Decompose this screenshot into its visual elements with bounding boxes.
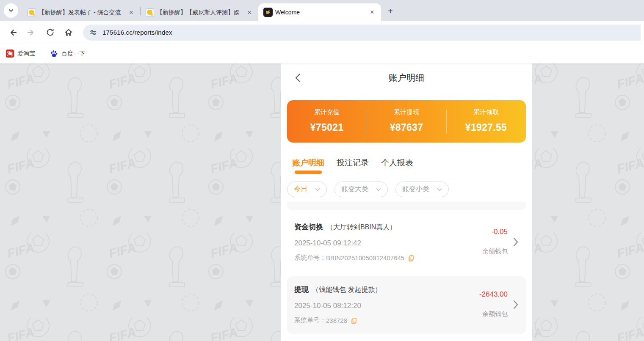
stat-label: 累计领取: [446, 108, 526, 116]
forward-arrow-icon: [27, 28, 36, 37]
account-detail-panel: 账户明细 累计充值 ¥75021 累计提现 ¥87637 累计领取 ¥1927.…: [281, 63, 532, 341]
browser-tab-strip: 【新提醒】发表帖子 - 综合交流 × 【新提醒】【威尼斯人评测】娱 × Welc…: [0, 0, 644, 21]
record-wallet: 余额钱包: [482, 310, 508, 318]
reload-icon: [46, 28, 55, 37]
filter-label: 账变小类: [402, 185, 429, 194]
stat-label: 累计提现: [367, 108, 446, 116]
tab-title: Welcome: [275, 9, 365, 16]
chevron-right-icon: [513, 300, 519, 310]
taobao-icon: 淘: [6, 50, 14, 58]
stat-value: ¥87637: [367, 122, 446, 133]
record-info: 资金切换 （大厅转到BBIN真人） 2025-10-05 09:12:42 系统…: [294, 222, 457, 262]
bookmark-baidu[interactable]: 百度一下: [50, 50, 85, 58]
record-detail-chevron[interactable]: [508, 222, 519, 262]
record-type: 提现: [294, 285, 309, 294]
stats-summary-card: 累计充值 ¥75021 累计提现 ¥87637 累计领取 ¥1927.55: [287, 100, 526, 143]
stat-total-deposit: 累计充值 ¥75021: [287, 100, 367, 143]
record-datetime: 2025-10-05 08:12:20: [294, 302, 457, 310]
reload-button[interactable]: [43, 25, 57, 40]
bookmark-label: 百度一下: [61, 50, 85, 58]
record-amount-block: -2643.00 余额钱包: [457, 285, 508, 324]
tab-search-button[interactable]: [4, 3, 18, 18]
record-subtitle: （大厅转到BBIN真人）: [326, 223, 396, 232]
tab-bet-records[interactable]: 投注记录: [337, 157, 369, 177]
forum-favicon-icon: [28, 8, 36, 17]
record-detail-chevron[interactable]: [508, 285, 519, 324]
back-arrow-icon: [8, 28, 17, 37]
page-title: 账户明细: [281, 63, 532, 92]
record-amount: -2643.00: [479, 290, 508, 299]
chevron-down-icon: [375, 186, 382, 193]
site-info-icon[interactable]: [89, 28, 97, 37]
baidu-icon: [50, 50, 58, 58]
filter-row: 今日 账变大类 账变小类: [281, 177, 532, 202]
panel-header: 账户明细: [281, 63, 532, 92]
close-icon[interactable]: ×: [127, 8, 136, 17]
record-type: 资金切换: [294, 222, 323, 232]
forum-favicon-icon: [146, 8, 154, 17]
tab-forum-post[interactable]: 【新提醒】发表帖子 - 综合交流 ×: [22, 4, 140, 21]
close-icon[interactable]: ×: [368, 8, 377, 17]
bookmark-aitaobao[interactable]: 淘 爱淘宝: [6, 50, 35, 58]
browser-toolbar: 175616.cc/reports/index: [0, 21, 644, 44]
url-text[interactable]: 175616.cc/reports/index: [102, 29, 172, 36]
close-icon[interactable]: ×: [245, 8, 254, 17]
stat-label: 累计充值: [287, 108, 367, 116]
tab-title: 【新提醒】发表帖子 - 综合交流: [39, 9, 124, 16]
tab-personal-report[interactable]: 个人报表: [381, 157, 413, 177]
chevron-down-icon: [8, 8, 14, 14]
filter-minor-category-dropdown[interactable]: 账变小类: [395, 182, 449, 197]
bookmark-label: 爱淘宝: [17, 50, 35, 58]
forward-button[interactable]: [24, 25, 39, 40]
page-viewport: FIFA 账户明细 累计充值 ¥75021 累计提现 ¥87637 累计领取 ¥…: [0, 63, 644, 341]
filter-label: 账变大类: [341, 185, 368, 194]
record-subtitle: （钱能钱包 发起提款）: [312, 286, 381, 294]
list-item[interactable]: 提现 （钱能钱包 发起提款） 2025-10-05 08:12:20 系统单号：…: [287, 276, 526, 334]
record-datetime: 2025-10-05 09:12:42: [294, 239, 457, 248]
site-favicon-icon: [263, 8, 273, 17]
list-item[interactable]: 资金切换 （大厅转到BBIN真人） 2025-10-05 09:12:42 系统…: [287, 214, 526, 271]
record-order-prefix: 系统单号：: [294, 254, 326, 262]
filter-major-category-dropdown[interactable]: 账变大类: [334, 182, 388, 197]
record-wallet: 余额钱包: [482, 248, 508, 256]
stat-value: ¥1927.55: [446, 122, 526, 133]
address-bar[interactable]: 175616.cc/reports/index: [83, 25, 641, 41]
section-tabs: 账户明细 投注记录 个人报表: [281, 150, 532, 177]
chevron-left-icon: [293, 73, 303, 83]
new-tab-button[interactable]: +: [384, 5, 396, 17]
chevron-down-icon: [436, 186, 443, 193]
list-item-partial[interactable]: [287, 202, 526, 210]
record-order-prefix: 系统单号：: [294, 316, 326, 324]
record-order-number: 238728: [326, 317, 347, 324]
tab-title: 【新提醒】【威尼斯人评测】娱: [157, 9, 242, 16]
page-back-button[interactable]: [293, 73, 304, 83]
transaction-list: 资金切换 （大厅转到BBIN真人） 2025-10-05 09:12:42 系统…: [281, 202, 532, 334]
home-button[interactable]: [61, 25, 76, 40]
chevron-down-icon: [314, 186, 321, 193]
home-icon: [64, 28, 73, 37]
chevron-right-icon: [513, 237, 519, 247]
record-info: 提现 （钱能钱包 发起提款） 2025-10-05 08:12:20 系统单号：…: [294, 285, 457, 324]
tab-venetian-review[interactable]: 【新提醒】【威尼斯人评测】娱 ×: [141, 4, 258, 21]
record-order-number: BBIN202510050912407645: [326, 254, 404, 261]
record-amount-block: -0.05 余额钱包: [457, 222, 508, 262]
stat-total-claimed: 累计领取 ¥1927.55: [446, 100, 526, 143]
filter-date-dropdown[interactable]: 今日: [287, 182, 327, 197]
record-amount: -0.05: [491, 228, 508, 236]
stat-total-withdraw: 累计提现 ¥87637: [367, 100, 446, 143]
copy-icon[interactable]: [408, 255, 415, 261]
filter-label: 今日: [294, 185, 307, 194]
gold-dragon-icon: [265, 9, 271, 16]
tab-account-detail[interactable]: 账户明细: [292, 157, 324, 177]
back-button[interactable]: [6, 25, 20, 40]
bookmarks-bar: 淘 爱淘宝 百度一下: [0, 44, 644, 63]
copy-icon[interactable]: [351, 317, 357, 324]
tab-welcome-active[interactable]: Welcome ×: [258, 3, 381, 21]
stat-value: ¥75021: [287, 122, 367, 133]
